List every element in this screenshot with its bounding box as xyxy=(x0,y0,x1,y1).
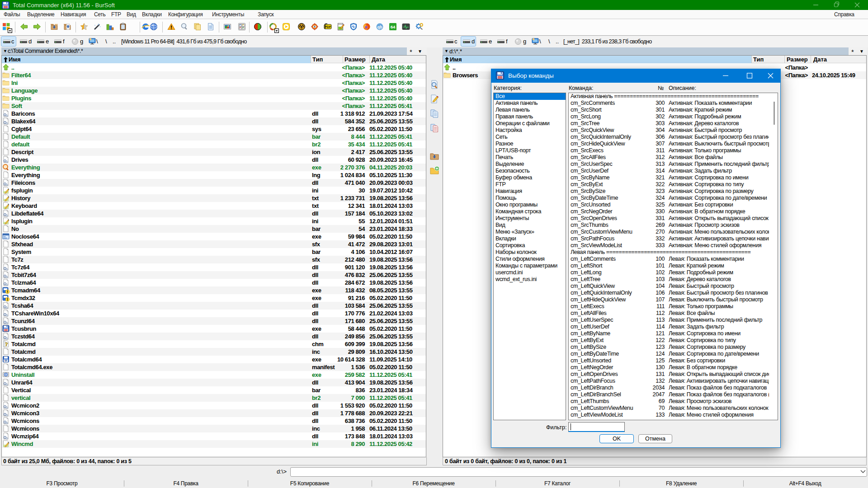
svg-text:64: 64 xyxy=(391,24,396,29)
svg-text:PDF: PDF xyxy=(325,25,331,28)
svg-text:qb: qb xyxy=(377,25,382,29)
